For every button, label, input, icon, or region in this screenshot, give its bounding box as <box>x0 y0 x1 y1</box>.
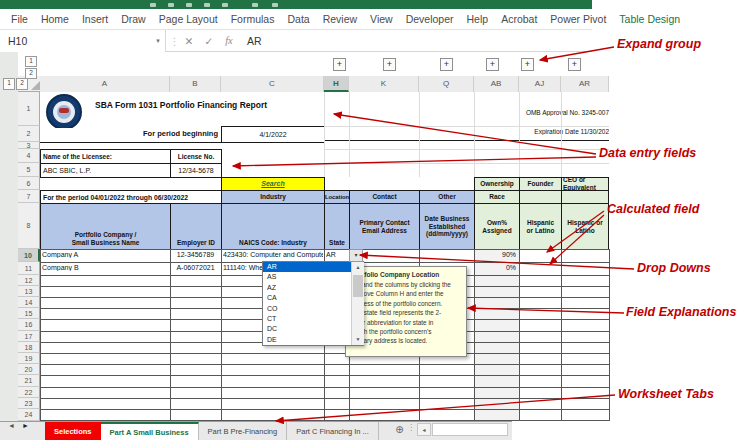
name-box-dropdown-icon[interactable]: ▾ <box>150 30 166 52</box>
quick-access-icon[interactable] <box>252 3 258 7</box>
cell-a11-company-name[interactable]: Company B <box>42 264 168 271</box>
tab-nav-left-icon[interactable]: ◄ <box>8 422 15 429</box>
menu-tab-power-pivot[interactable]: Power Pivot <box>550 13 606 25</box>
hscroll-left-button[interactable]: ◄ <box>417 423 431 436</box>
new-sheet-button[interactable]: ⊕ <box>392 422 407 437</box>
group-header-race[interactable]: Race <box>474 190 520 204</box>
dropdown-item-DC[interactable]: DC <box>263 324 351 334</box>
row-header-11[interactable]: 11 <box>18 262 40 275</box>
menu-tab-view[interactable]: View <box>370 13 393 25</box>
row-header-22[interactable]: 22 <box>18 387 40 398</box>
quick-access-icon[interactable] <box>150 3 156 7</box>
row-header-24[interactable]: 24 <box>18 409 40 421</box>
menu-tab-draw[interactable]: Draw <box>121 13 146 25</box>
group-header-other[interactable]: Other <box>419 190 475 204</box>
group-header-location[interactable]: Location <box>324 190 350 204</box>
group-header-contact[interactable]: Contact <box>349 190 420 204</box>
column-header-Q[interactable]: Q <box>419 76 474 92</box>
cell-a10-company-name[interactable]: Company A <box>42 251 168 258</box>
col-header-primary-contact[interactable]: Primary Contact Email Address <box>349 203 420 250</box>
dropdown-item-AZ[interactable]: AZ <box>263 283 351 293</box>
license-no-input[interactable]: 12/34-5678 <box>170 163 222 178</box>
column-header-A[interactable]: A <box>40 76 170 92</box>
row-header-15[interactable]: 15 <box>18 308 40 319</box>
column-header-C[interactable]: C <box>221 76 324 92</box>
dropdown-scroll-thumb[interactable] <box>353 275 363 297</box>
row-header-16[interactable]: 16 <box>18 319 40 331</box>
row-header-17[interactable]: 17 <box>18 331 40 342</box>
select-all-corner[interactable] <box>31 81 40 90</box>
enter-icon[interactable]: ✓ <box>201 30 217 52</box>
tab-nav-right-icon[interactable]: ► <box>22 422 29 429</box>
licensee-name-input[interactable]: ABC SBIC, L.P. <box>40 163 171 178</box>
menu-tab-help[interactable]: Help <box>467 13 489 25</box>
dropdown-item-AS[interactable]: AS <box>263 272 351 282</box>
quick-access-icon[interactable] <box>204 3 210 7</box>
group-header-ownership[interactable]: Ownership <box>474 177 520 191</box>
cancel-icon[interactable]: ✕ <box>181 30 197 52</box>
cell-h10-state[interactable]: AR <box>326 251 348 258</box>
expand-group-button-2[interactable]: + <box>383 58 396 71</box>
menu-tab-table-design[interactable]: Table Design <box>619 13 680 25</box>
group-header-industry[interactable]: Industry <box>221 190 325 204</box>
quick-access-icon[interactable] <box>168 3 174 7</box>
sheet-tab-part-a-small-business[interactable]: Part A Small Business <box>101 422 199 440</box>
cell-c10-naics[interactable]: 423430: Computer and Computer <box>223 251 323 258</box>
period-beginning-input[interactable]: 4/1/2022 <box>221 126 325 143</box>
row-outline-level-1-button[interactable]: 1 <box>25 56 37 67</box>
search-button[interactable]: Search <box>221 177 325 191</box>
name-box[interactable]: H10 <box>0 30 166 52</box>
cell-b11-employer-id[interactable]: A-06072021 <box>170 264 221 271</box>
col-header-hispanic-ceo[interactable]: Hispanic or Latino <box>561 203 609 250</box>
col-header-state[interactable]: State <box>324 203 350 250</box>
expand-group-button-3[interactable]: + <box>440 58 453 71</box>
dropdown-item-AR[interactable]: AR <box>263 262 351 272</box>
quick-access-icon[interactable] <box>222 3 228 7</box>
dropdown-item-CO[interactable]: CO <box>263 304 351 314</box>
row-header-13[interactable]: 13 <box>18 286 40 297</box>
row-header-19[interactable]: 19 <box>18 353 40 364</box>
column-outline-level-2-button[interactable]: 2 <box>16 78 28 90</box>
formula-input[interactable]: AR <box>247 30 262 52</box>
sheet-tab-selections[interactable]: Selections <box>45 422 101 440</box>
row-header-23[interactable]: 23 <box>18 398 40 409</box>
col-header-own-pct[interactable]: Own% Assigned <box>474 203 520 250</box>
expand-group-button-6[interactable]: + <box>568 58 581 71</box>
state-dropdown-button[interactable]: ▾ <box>349 249 363 262</box>
dropdown-item-CT[interactable]: CT <box>263 314 351 324</box>
menu-tab-page-layout[interactable]: Page Layout <box>159 13 218 25</box>
col-header-portfolio-company[interactable]: Portfolio Company / Small Business Name <box>40 203 171 250</box>
row-header-7[interactable]: 7 <box>18 190 40 203</box>
col-header-employer-id[interactable]: Employer ID <box>170 203 222 250</box>
menu-tab-file[interactable]: File <box>11 13 28 25</box>
row-header-6[interactable]: 6 <box>18 177 40 190</box>
row-header-4[interactable]: 4 <box>18 149 40 163</box>
menu-tab-data[interactable]: Data <box>287 13 309 25</box>
row-header-5[interactable]: 5 <box>18 163 40 177</box>
menu-tab-acrobat[interactable]: Acrobat <box>501 13 537 25</box>
row-header-3[interactable]: 3 <box>18 142 40 149</box>
menu-tab-review[interactable]: Review <box>323 13 357 25</box>
row-header-12[interactable]: 12 <box>18 275 40 286</box>
row-header-2[interactable]: 2 <box>18 126 40 142</box>
sheet-tab-part-b-pre-financing[interactable]: Part B Pre-Financing <box>199 422 288 440</box>
expand-group-button-1[interactable]: + <box>333 58 346 71</box>
expand-group-button-5[interactable]: + <box>521 58 534 71</box>
col-header-hispanic-founder[interactable]: Hispanic or Latino <box>519 203 562 250</box>
expand-group-button-4[interactable]: + <box>486 58 499 71</box>
column-header-AR[interactable]: AR <box>561 76 609 92</box>
row-header-8[interactable]: 8 <box>18 203 40 249</box>
dropdown-item-DE[interactable]: DE <box>263 335 351 345</box>
row-header-18[interactable]: 18 <box>18 342 40 353</box>
fx-icon[interactable]: fx <box>221 30 237 52</box>
column-outline-level-1-button[interactable]: 1 <box>3 78 15 90</box>
column-header-K[interactable]: K <box>349 76 419 92</box>
row-header-14[interactable]: 14 <box>18 297 40 308</box>
column-header-B[interactable]: B <box>170 76 221 92</box>
cell-b10-employer-id[interactable]: 12-3456789 <box>170 251 221 258</box>
col-header-naics[interactable]: NAICS Code: Industry <box>221 203 325 250</box>
col-header-date-established[interactable]: Date Business Established (dd/mm/yyyy) <box>419 203 475 250</box>
quick-access-icon[interactable] <box>186 3 192 7</box>
row-header-21[interactable]: 21 <box>18 375 40 387</box>
column-header-AB[interactable]: AB <box>474 76 519 92</box>
